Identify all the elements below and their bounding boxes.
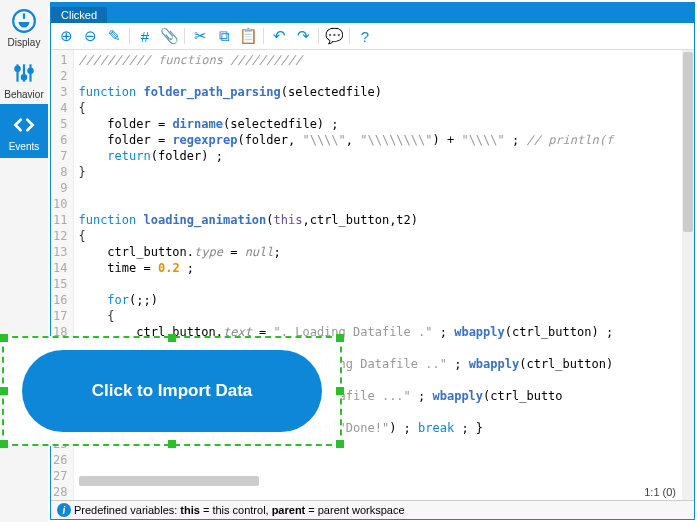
sliders-icon	[9, 58, 39, 88]
resize-handle-ml[interactable]	[0, 387, 8, 395]
sidebar-item-display[interactable]: Display	[0, 0, 48, 52]
code-line[interactable]	[78, 196, 690, 212]
code-line[interactable]: folder = dirname(selectedfile) ;	[78, 116, 690, 132]
line-number: 28	[53, 484, 67, 500]
line-number: 5	[53, 116, 67, 132]
toolbar-separator	[263, 28, 264, 44]
toolbar-separator	[129, 28, 130, 44]
status-parent-desc: = parent workspace	[308, 504, 404, 516]
horizontal-scrollbar-thumb[interactable]	[79, 476, 259, 486]
paste-icon[interactable]: 📋	[239, 27, 257, 45]
svg-point-6	[22, 75, 26, 79]
line-number: 10	[53, 196, 67, 212]
code-line[interactable]: {	[78, 308, 690, 324]
copy-icon[interactable]: ⧉	[215, 27, 233, 45]
code-line[interactable]: function loading_animation(this,ctrl_but…	[78, 212, 690, 228]
comment-bubble-icon[interactable]: 💬	[325, 27, 343, 45]
svg-point-7	[28, 69, 32, 73]
editor-toolbar: ⊕⊖✎#📎✂⧉📋↶↷💬?	[51, 23, 694, 50]
hash-icon[interactable]: #	[136, 27, 154, 45]
line-number: 27	[53, 468, 67, 484]
code-line[interactable]: return(folder) ;	[78, 148, 690, 164]
line-number: 12	[53, 228, 67, 244]
import-data-button[interactable]: Click to Import Data	[22, 350, 322, 432]
undo-icon[interactable]: ↶	[270, 27, 288, 45]
line-number: 3	[53, 84, 67, 100]
cut-icon[interactable]: ✂	[191, 27, 209, 45]
resize-handle-br[interactable]	[336, 440, 344, 448]
tab-clicked[interactable]: Clicked	[51, 7, 107, 23]
status-prefix: Predefined variables:	[74, 504, 177, 516]
resize-handle-tl[interactable]	[0, 334, 8, 342]
vertical-scrollbar[interactable]	[682, 50, 694, 500]
selection-overlay[interactable]: Click to Import Data	[2, 336, 342, 446]
line-number: 8	[53, 164, 67, 180]
status-parent-label: parent	[272, 504, 306, 516]
code-line[interactable]	[78, 68, 690, 84]
resize-handle-bm[interactable]	[168, 440, 176, 448]
resize-handle-tm[interactable]	[168, 334, 176, 342]
tab-bar: Clicked	[51, 3, 694, 23]
sidebar-item-label: Display	[8, 37, 41, 48]
line-number: 16	[53, 292, 67, 308]
cursor-position: 1:1 (0)	[644, 486, 676, 498]
zoom-out-icon[interactable]: ⊖	[81, 27, 99, 45]
code-line[interactable]: ////////// functions //////////	[78, 52, 690, 68]
sidebar-item-label: Behavior	[4, 89, 43, 100]
line-number: 15	[53, 276, 67, 292]
help-icon[interactable]: ?	[356, 27, 374, 45]
code-line[interactable]: folder = regexprep(folder, "\\\\", "\\\\…	[78, 132, 690, 148]
link-attach-icon[interactable]: 📎	[160, 27, 178, 45]
sidebar-item-behavior[interactable]: Behavior	[0, 52, 48, 104]
resize-handle-mr[interactable]	[336, 387, 344, 395]
redo-icon[interactable]: ↷	[294, 27, 312, 45]
code-line[interactable]: {	[78, 228, 690, 244]
edit-pencil-icon[interactable]: ✎	[105, 27, 123, 45]
line-number: 2	[53, 68, 67, 84]
line-number: 14	[53, 260, 67, 276]
line-number: 1	[53, 52, 67, 68]
paint-bucket-icon	[9, 6, 39, 36]
scrollbar-thumb[interactable]	[683, 52, 693, 232]
line-number: 13	[53, 244, 67, 260]
line-number: 17	[53, 308, 67, 324]
line-number: 7	[53, 148, 67, 164]
code-line[interactable]	[78, 180, 690, 196]
toolbar-separator	[318, 28, 319, 44]
code-line[interactable]	[78, 452, 690, 468]
toolbar-separator	[349, 28, 350, 44]
code-line[interactable]: for(;;)	[78, 292, 690, 308]
code-line[interactable]	[78, 484, 690, 500]
line-number: 9	[53, 180, 67, 196]
svg-point-5	[15, 67, 19, 71]
sidebar-item-events[interactable]: Events	[0, 104, 48, 158]
code-brackets-icon	[9, 110, 39, 140]
status-bar: i Predefined variables: this = this cont…	[51, 500, 694, 519]
sidebar-item-label: Events	[9, 141, 40, 152]
resize-handle-bl[interactable]	[0, 440, 8, 448]
code-line[interactable]: ctrl_button.type = null;	[78, 244, 690, 260]
code-line[interactable]	[78, 276, 690, 292]
info-icon: i	[57, 503, 71, 517]
toolbar-separator	[184, 28, 185, 44]
status-this-desc: = this control,	[203, 504, 269, 516]
svg-rect-1	[23, 13, 25, 18]
code-line[interactable]: {	[78, 100, 690, 116]
resize-handle-tr[interactable]	[336, 334, 344, 342]
status-this-label: this	[180, 504, 200, 516]
line-number: 11	[53, 212, 67, 228]
line-number: 26	[53, 452, 67, 468]
line-number: 6	[53, 132, 67, 148]
code-line[interactable]: time = 0.2 ;	[78, 260, 690, 276]
line-number: 4	[53, 100, 67, 116]
code-line[interactable]: function folder_path_parsing(selectedfil…	[78, 84, 690, 100]
code-line[interactable]: }	[78, 164, 690, 180]
zoom-in-icon[interactable]: ⊕	[57, 27, 75, 45]
